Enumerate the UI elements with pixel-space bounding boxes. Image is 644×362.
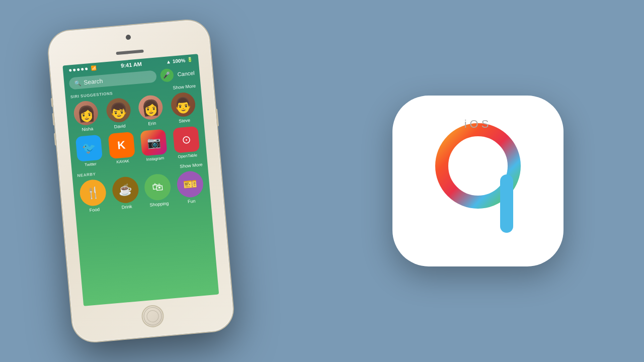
- front-camera: [126, 35, 131, 40]
- mic-icon: 🎤: [163, 71, 171, 79]
- earpiece-speaker: [116, 50, 143, 55]
- status-left: 📶: [69, 65, 97, 73]
- contact-steve[interactable]: 👨 Steve: [170, 92, 197, 124]
- app-name-kayak: KAYAK: [116, 159, 129, 164]
- signal-dot-3: [77, 68, 79, 70]
- nearby-title: NEARBY: [77, 171, 96, 177]
- svg-text:iOS: iOS: [464, 118, 492, 130]
- contact-name-steve: Steve: [179, 118, 191, 124]
- nearby-fun[interactable]: 🎫 Fun: [176, 170, 205, 205]
- contact-name-david: David: [114, 123, 126, 129]
- cancel-button[interactable]: Cancel: [177, 70, 195, 77]
- volume-up-button: [52, 113, 55, 126]
- nearby-shopping[interactable]: 🛍 Shopping: [143, 173, 172, 208]
- drink-icon: ☕: [111, 176, 139, 204]
- ios9-logo: iOS: [392, 96, 564, 266]
- contact-name-erin: Erin: [148, 121, 156, 126]
- battery-icon: 🔋: [187, 57, 193, 62]
- volume-down-button: [54, 133, 57, 145]
- mute-switch: [51, 98, 54, 107]
- contact-name-nisha: Nisha: [82, 126, 94, 132]
- food-icon: 🍴: [79, 178, 107, 207]
- opentable-icon: ⊙: [173, 126, 200, 153]
- status-right: ▲ 100% 🔋: [166, 57, 193, 65]
- ios9-svg: iOS: [408, 111, 548, 251]
- mic-button[interactable]: 🎤: [160, 68, 174, 82]
- avatar-steve: 👨: [170, 92, 196, 118]
- location-icon: ▲: [166, 58, 172, 64]
- nearby-food[interactable]: 🍴 Food: [79, 178, 108, 213]
- signal-dot-2: [73, 68, 75, 71]
- status-time: 9:41 AM: [121, 61, 142, 69]
- power-button: [215, 109, 219, 126]
- app-name-opentable: OpenTable: [178, 153, 197, 159]
- wifi-icon: 📶: [91, 65, 97, 71]
- home-button[interactable]: [141, 304, 165, 328]
- nearby-drink[interactable]: ☕ Drink: [111, 176, 140, 211]
- iphone-screen: 📶 9:41 AM ▲ 100% 🔋 🔍 Search 🎤 Cancel SIR…: [62, 54, 219, 306]
- kayak-icon: K: [108, 132, 135, 159]
- avatar-erin: 👩: [138, 95, 164, 121]
- app-opentable[interactable]: ⊙ OpenTable: [173, 126, 200, 159]
- nearby-name-fun: Fun: [187, 199, 195, 204]
- nearby-name-food: Food: [89, 207, 100, 213]
- avatar-nisha: 👩: [73, 100, 99, 126]
- app-name-twitter: Twitter: [85, 162, 97, 167]
- home-button-inner: [143, 306, 163, 326]
- nearby-name-drink: Drink: [121, 204, 132, 210]
- iphone-frame: 📶 9:41 AM ▲ 100% 🔋 🔍 Search 🎤 Cancel SIR…: [47, 19, 235, 343]
- avatar-david: 👦: [105, 97, 131, 123]
- app-kayak[interactable]: K KAYAK: [108, 132, 135, 165]
- search-placeholder: Search: [84, 77, 103, 86]
- contact-erin[interactable]: 👩 Erin: [138, 95, 165, 127]
- twitter-icon: 🐦: [75, 135, 103, 162]
- search-icon: 🔍: [74, 79, 82, 86]
- nearby-name-shopping: Shopping: [149, 201, 169, 207]
- shopping-icon: 🛍: [143, 173, 172, 201]
- signal-dot-5: [85, 67, 88, 70]
- app-instagram[interactable]: 📷 Instagram: [140, 129, 168, 162]
- battery-percent: 100%: [172, 57, 185, 64]
- touch-id-icon: [146, 310, 159, 323]
- contact-nisha[interactable]: 👩 Nisha: [73, 100, 100, 133]
- fun-icon: 🎫: [176, 170, 204, 198]
- signal-dot-4: [81, 68, 84, 70]
- app-twitter[interactable]: 🐦 Twitter: [75, 135, 103, 168]
- contact-david[interactable]: 👦 David: [105, 97, 132, 130]
- signal-dot-1: [69, 69, 71, 71]
- instagram-icon: 📷: [140, 129, 168, 156]
- app-name-instagram: Instagram: [146, 156, 164, 162]
